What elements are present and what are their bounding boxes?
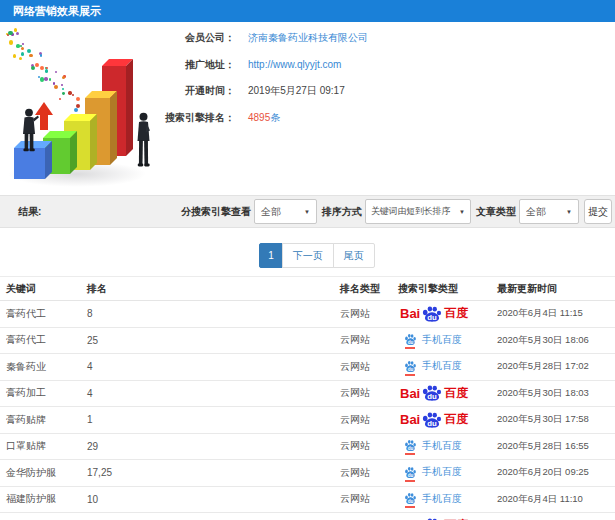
next-page-button[interactable]: 下一页 [282, 243, 334, 268]
cell-keyword: 膏药贴牌 [0, 407, 87, 434]
cell-rank[interactable]: 1 [87, 407, 340, 434]
mobile-baidu-logo: du手机百度 [404, 492, 462, 506]
mobile-baidu-paw-icon: du [404, 333, 417, 346]
businessman-figure-right [133, 112, 154, 168]
cell-rank-type: 云网站 [340, 460, 398, 487]
table-row: 口罩贴牌29云网站 du手机百度 2020年5月28日 16:55 [0, 433, 615, 460]
svg-text:du: du [427, 393, 437, 400]
result-label: 结果: [18, 205, 41, 219]
cell-rank-type: 云网站 [340, 354, 398, 381]
cell-rank-type: 云网站 [340, 486, 398, 513]
cell-keyword: 秦鲁药业 [0, 354, 87, 381]
cell-rank[interactable]: 10 [87, 486, 340, 513]
type-filter-select[interactable]: 全部 ▼ [519, 199, 579, 224]
bar-blue [14, 148, 45, 179]
cell-rank[interactable]: 29 [87, 433, 340, 460]
cell-updated: 2020年5月30日 18:06 [497, 327, 615, 354]
businessman-figure-left [19, 108, 39, 152]
engine-rank-unit: 条 [270, 112, 280, 123]
cell-rank[interactable]: 8 [87, 301, 340, 328]
pagination: 1 下一页 尾页 [10, 243, 615, 268]
svg-text:du: du [427, 420, 437, 427]
cell-updated: 2020年5月30日 18:03 [497, 380, 615, 407]
mobile-baidu-logo: du手机百度 [404, 359, 462, 373]
table-row: 膏药贴牌1云网站 Baidu百度 2020年5月30日 17:58 [0, 407, 615, 434]
cell-rank-type: 云网站 [340, 380, 398, 407]
svg-text:du: du [408, 366, 414, 371]
baidu-logo: Baidu百度 [400, 305, 468, 323]
cell-keyword: 膏药加工 [0, 380, 87, 407]
header-rank: 排名 [87, 277, 340, 301]
chevron-down-icon: ▼ [566, 209, 572, 215]
baidu-logo: Baidu百度 [400, 411, 468, 429]
cell-keyword: 金华防护服 [0, 460, 87, 487]
baidu-logo: Baidu百度 [400, 384, 468, 402]
engine-filter-select[interactable]: 全部 ▼ [254, 199, 317, 224]
table-row: 金华防护服17,25云网站 du手机百度 2020年6月20日 09:25 [0, 460, 615, 487]
cell-updated: 2020年5月28日 17:02 [497, 354, 615, 381]
svg-text:du: du [408, 446, 414, 451]
engine-filter-group: 分搜索引擎查看 全部 ▼ [181, 199, 317, 224]
chevron-down-icon: ▼ [304, 209, 310, 215]
mobile-baidu-paw-icon: du [404, 360, 417, 373]
baidu-paw-icon: du [421, 384, 443, 402]
cell-updated: 2020年6月20日 09:25 [497, 460, 615, 487]
sort-filter-select[interactable]: 关键词由短到长排序 ▼ [365, 199, 471, 224]
mobile-baidu-paw-icon: du [404, 439, 417, 452]
cell-engine-type: du手机百度 [398, 433, 497, 460]
cell-rank[interactable]: 25 [87, 327, 340, 354]
cell-rank[interactable]: 4 [87, 354, 340, 381]
cell-engine-type: du手机百度 [398, 354, 497, 381]
member-company-value[interactable]: 济南秦鲁药业科技有限公司 [248, 31, 368, 45]
open-time-value: 2019年5月27日 09:17 [248, 84, 345, 98]
cell-rank[interactable]: 17,25 [87, 460, 340, 487]
cell-rank[interactable] [87, 513, 340, 520]
svg-text:du: du [408, 499, 414, 504]
cell-updated: 2020年6月4日 11:15 [497, 301, 615, 328]
page-title: 网络营销效果展示 [0, 0, 615, 22]
cell-keyword: 福建防护服 [0, 486, 87, 513]
table-row: 福建防护服10云网站 du手机百度 2020年6月4日 11:10 [0, 486, 615, 513]
mobile-baidu-paw-icon: du [404, 466, 417, 479]
cell-engine-type: Baidu百度 [398, 407, 497, 434]
cell-keyword: 口罩贴牌 [0, 433, 87, 460]
cell-engine-type: Baidu百度 [398, 513, 497, 520]
cell-updated [497, 513, 615, 520]
table-row: Baidu百度 [0, 513, 615, 520]
baidu-paw-icon: du [421, 411, 443, 429]
engine-filter-label: 分搜索引擎查看 [181, 205, 251, 219]
table-row: 膏药代工8云网站 Baidu百度 2020年6月4日 11:15 [0, 301, 615, 328]
table-row: 膏药代工25云网站 du手机百度 2020年5月30日 18:06 [0, 327, 615, 354]
svg-text:du: du [427, 314, 437, 321]
engine-filter-value: 全部 [261, 205, 300, 219]
mobile-baidu-paw-icon: du [404, 492, 417, 505]
header-rank-type: 排名类型 [340, 277, 398, 301]
cell-updated: 2020年6月4日 11:10 [497, 486, 615, 513]
engine-rank-count: 4895 [248, 112, 270, 123]
svg-text:du: du [408, 340, 414, 345]
header-keyword: 关键词 [0, 277, 87, 301]
cell-engine-type: Baidu百度 [398, 380, 497, 407]
filter-bar: 结果: 分搜索引擎查看 全部 ▼ 排序方式 关键词由短到长排序 ▼ 文章类型 全… [0, 195, 615, 228]
last-page-button[interactable]: 尾页 [333, 243, 375, 268]
mobile-baidu-logo: du手机百度 [404, 333, 462, 347]
cell-rank[interactable]: 4 [87, 380, 340, 407]
type-filter-group: 文章类型 全部 ▼ [476, 199, 579, 224]
promo-url-value[interactable]: http://www.qlyyjt.com [248, 59, 341, 70]
page-1-button[interactable]: 1 [259, 243, 283, 268]
sort-filter-group: 排序方式 关键词由短到长排序 ▼ [322, 199, 471, 224]
sort-filter-value: 关键词由短到长排序 [371, 205, 455, 218]
cell-keyword [0, 513, 87, 520]
chart-illustration [2, 30, 157, 192]
submit-button[interactable]: 提交 [584, 199, 612, 224]
cell-updated: 2020年5月30日 17:58 [497, 407, 615, 434]
cell-engine-type: du手机百度 [398, 486, 497, 513]
cell-rank-type: 云网站 [340, 433, 398, 460]
type-filter-label: 文章类型 [476, 205, 516, 219]
mobile-baidu-logo: du手机百度 [404, 439, 462, 453]
rank-table-body: 膏药代工8云网站 Baidu百度 2020年6月4日 11:15膏药代工25云网… [0, 301, 615, 520]
cell-rank-type: 云网站 [340, 301, 398, 328]
sort-filter-label: 排序方式 [322, 205, 362, 219]
type-filter-value: 全部 [526, 205, 562, 219]
summary-section: 会员公司： 济南秦鲁药业科技有限公司 推广地址： http://www.qlyy… [0, 22, 615, 195]
